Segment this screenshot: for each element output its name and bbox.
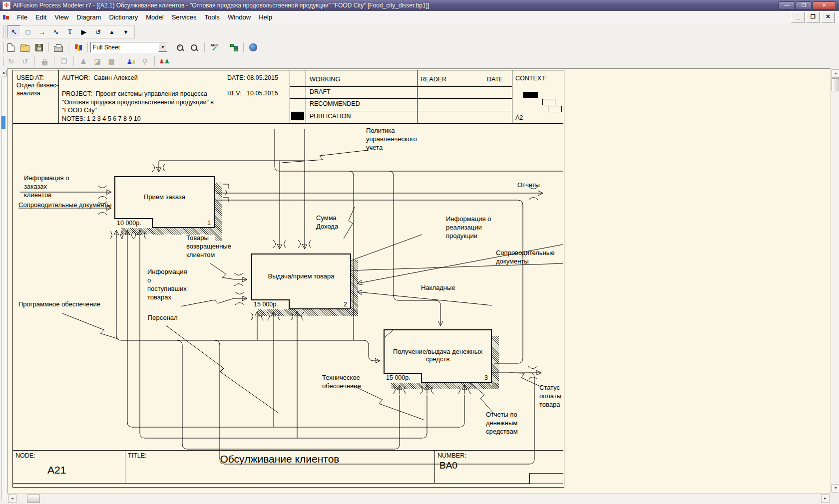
arrow-label-income[interactable]: Сумма Дохода bbox=[316, 214, 338, 231]
arrow-label-cash-reports[interactable]: Отчеты по денежным средствам bbox=[486, 410, 518, 436]
footer-corner-box bbox=[529, 473, 563, 484]
arrow-label-payment-status[interactable]: Статус оплаты товара bbox=[539, 383, 561, 409]
splitter-thumb[interactable] bbox=[1, 116, 5, 129]
arrow-tool-button[interactable]: → bbox=[35, 25, 48, 38]
menu-item-window[interactable]: Window bbox=[224, 12, 255, 22]
menu-item-diagram[interactable]: Diagram bbox=[72, 12, 105, 22]
spell-check-button[interactable]: ABC✓ bbox=[208, 41, 221, 54]
zoom-in-button[interactable]: + bbox=[174, 41, 187, 54]
application-window: ✣ AllFusion Process Modeler r7 - [(A2.1)… bbox=[0, 0, 839, 504]
horizontal-scrollbar[interactable]: ◄ ► bbox=[7, 493, 831, 504]
arrow-label-docs-left[interactable]: Сопроводительные документы bbox=[18, 201, 112, 209]
author-label: AUTHOR: bbox=[62, 74, 90, 81]
status-draft: DRAFT bbox=[310, 88, 331, 95]
activity-box-1-title: Прием заказа bbox=[115, 193, 214, 201]
scroll-right-icon[interactable]: ► bbox=[821, 495, 830, 503]
arrow-label-policy[interactable]: Политика управленческого учета bbox=[366, 126, 417, 152]
activity-box-1-cost: 10 000р. bbox=[114, 218, 153, 228]
minimize-button[interactable]: — bbox=[779, 1, 795, 10]
arrow-label-software[interactable]: Программное обеспечение bbox=[18, 300, 100, 308]
color-button[interactable] bbox=[71, 41, 84, 54]
notes-row: NOTES: 1 2 3 4 5 6 7 8 9 10 bbox=[62, 115, 141, 122]
activity-box-1[interactable]: Прием заказа 10 000р. 1 bbox=[114, 176, 215, 228]
menu-item-dictionary[interactable]: Dictionary bbox=[105, 12, 142, 22]
number-label: NUMBER: bbox=[437, 452, 466, 459]
author-value: Савин Алексей bbox=[93, 74, 138, 81]
arrow-label-sales-info[interactable]: Информация о реализации продукции bbox=[446, 215, 491, 240]
model-explorer-button[interactable] bbox=[227, 41, 240, 54]
node-label: NODE: bbox=[15, 452, 35, 459]
pointer-tool-button[interactable]: ↖ bbox=[7, 25, 20, 38]
lock-button[interactable] bbox=[38, 55, 51, 68]
reader-column-label: READER bbox=[420, 76, 446, 83]
context-node-value: A2 bbox=[515, 114, 523, 121]
scroll-up-icon[interactable]: ▲ bbox=[832, 69, 839, 78]
rotate-tool-button[interactable]: ↺ bbox=[91, 25, 104, 38]
mdi-minimize-button[interactable]: _ bbox=[791, 12, 805, 22]
groups-button[interactable]: ♟♟ bbox=[158, 55, 171, 68]
print-button[interactable] bbox=[52, 41, 65, 54]
arrow-label-invoices[interactable]: Накладные bbox=[421, 283, 455, 292]
menu-item-file[interactable]: File bbox=[13, 12, 31, 22]
go-to-child-button[interactable]: ▶ bbox=[77, 25, 90, 38]
vertical-scrollbar[interactable]: ▲ ▼ bbox=[831, 68, 839, 493]
go-up-button[interactable]: ▲ bbox=[105, 25, 118, 38]
go-down-button[interactable]: ▼ bbox=[119, 25, 132, 38]
lock-icon bbox=[42, 61, 47, 65]
menu-item-services[interactable]: Services bbox=[168, 12, 201, 22]
open-file-button[interactable] bbox=[18, 41, 31, 54]
new-file-button[interactable] bbox=[4, 41, 17, 54]
squiggle-tool-button[interactable]: ∿ bbox=[49, 25, 62, 38]
zoom-area-button[interactable] bbox=[188, 41, 201, 54]
user-properties-button[interactable]: ♟▮ bbox=[124, 55, 137, 68]
user-button[interactable]: ♟ bbox=[77, 55, 90, 68]
menu-item-tools[interactable]: Tools bbox=[201, 12, 224, 22]
context-thumbnail-box1 bbox=[523, 92, 538, 98]
vertical-scroll-thumb[interactable] bbox=[832, 78, 839, 91]
activity-box-3[interactable]: Получение/выдача денежных средств 15 000… bbox=[384, 329, 492, 383]
checkout-button[interactable]: ↻ bbox=[4, 55, 17, 68]
report-button[interactable]: ◪ bbox=[91, 55, 104, 68]
checkin-button[interactable]: ↺ bbox=[18, 55, 31, 68]
panel-close-icon[interactable]: x bbox=[0, 70, 7, 76]
arrow-label-info-orders[interactable]: Информация о заказах клиентов bbox=[24, 174, 69, 199]
hierarchy-tree-icon bbox=[230, 44, 238, 51]
arrow-label-reports[interactable]: Отчеты bbox=[517, 181, 540, 189]
menu-item-help[interactable]: Help bbox=[255, 12, 276, 22]
activity-box-2[interactable]: Выдача/прием товара 15 000р. 2 bbox=[251, 253, 351, 309]
save-button[interactable] bbox=[32, 41, 45, 54]
web-publish-button[interactable] bbox=[247, 41, 260, 54]
chevron-down-icon[interactable]: ▼ bbox=[158, 43, 167, 52]
activity-box-tool-button[interactable]: □ bbox=[21, 25, 34, 38]
arrow-label-docs-right[interactable]: Сопроводительные документы bbox=[496, 249, 554, 265]
text-tool-button[interactable]: T bbox=[63, 25, 76, 38]
arrow-label-personnel[interactable]: Персонал bbox=[148, 313, 178, 322]
menu-item-view[interactable]: View bbox=[50, 12, 72, 22]
globe-icon bbox=[249, 43, 257, 51]
splitter-track[interactable] bbox=[1, 78, 6, 501]
arrow-label-incoming[interactable]: Информация о поступивших товарах bbox=[147, 267, 187, 301]
arrow-label-returned[interactable]: Товары возвращенные клиентом bbox=[186, 234, 231, 259]
box3-shadow bbox=[391, 383, 499, 389]
mdi-restore-button[interactable]: ❐ bbox=[806, 12, 820, 22]
drawing-toolbar: ↖ □ → ∿ T ▶ ↺ ▲ ▼ bbox=[0, 23, 839, 40]
grid-button[interactable]: ▦ bbox=[105, 55, 118, 68]
restore-button[interactable]: ❐ bbox=[796, 1, 812, 10]
diagram-title: Обсулживание клиентов bbox=[125, 453, 434, 465]
horizontal-scroll-thumb[interactable] bbox=[27, 495, 40, 503]
zoom-level-combobox[interactable]: Full Sheet ▼ bbox=[90, 42, 168, 53]
mdi-child-icon[interactable] bbox=[2, 14, 10, 21]
menu-item-edit[interactable]: Edit bbox=[31, 12, 50, 22]
close-button[interactable]: ✕ bbox=[813, 1, 836, 10]
mdi-close-button[interactable]: ✕ bbox=[821, 12, 835, 22]
reader-date-label: DATE bbox=[487, 76, 503, 83]
toolbar-grip[interactable] bbox=[1, 25, 4, 38]
scroll-down-icon[interactable]: ▼ bbox=[832, 484, 839, 493]
printer-icon bbox=[54, 46, 63, 52]
arrow-label-tech[interactable]: Техническое обеспечение bbox=[322, 373, 361, 390]
tools-key-button[interactable]: ⚲ bbox=[138, 55, 151, 68]
node-value: A21 bbox=[47, 464, 66, 476]
menu-item-model[interactable]: Model bbox=[142, 12, 167, 22]
library-button[interactable]: ❐ bbox=[57, 55, 70, 68]
scroll-left-icon[interactable]: ◄ bbox=[8, 495, 16, 503]
